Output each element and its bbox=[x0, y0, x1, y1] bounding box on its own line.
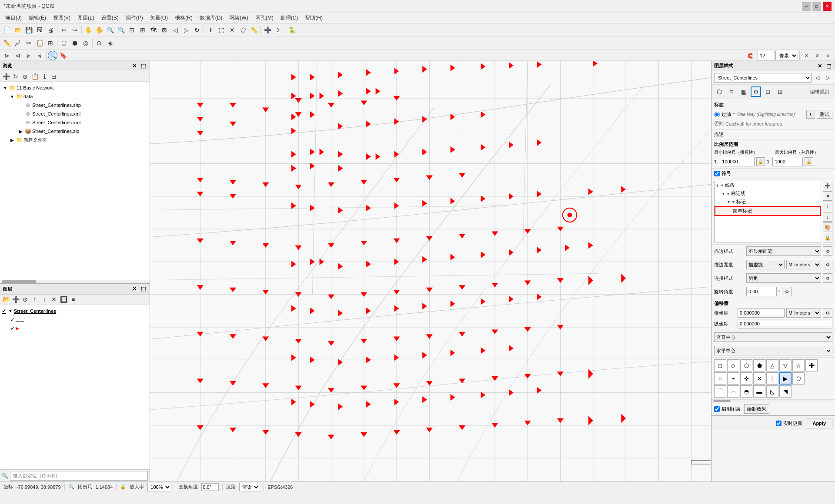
prev-layer-btn[interactable]: ◁ bbox=[812, 73, 822, 83]
search-input[interactable] bbox=[10, 471, 148, 481]
browser-refresh-btn[interactable]: ↻ bbox=[11, 72, 20, 81]
tree-item-basic-network[interactable]: ▼ 📁 11 Basic Network bbox=[0, 83, 150, 92]
zoom-in-btn[interactable]: 🔍 bbox=[105, 25, 115, 35]
measure-btn[interactable]: 📏 bbox=[249, 25, 259, 35]
offset-y-input[interactable] bbox=[738, 321, 832, 326]
undo-btn[interactable]: ↩ bbox=[59, 25, 69, 35]
offset-unit[interactable]: Milimeters bbox=[786, 308, 821, 318]
browser-collapse-btn[interactable]: ⊟ bbox=[50, 72, 58, 81]
zoom-layer-btn[interactable]: 🗺 bbox=[148, 25, 159, 35]
shape-cross2-btn[interactable]: + bbox=[727, 372, 739, 385]
vertex-btn[interactable]: ◈ bbox=[105, 38, 115, 48]
sym-add-btn[interactable]: ➕ bbox=[823, 181, 832, 190]
realtime-check[interactable] bbox=[776, 421, 782, 426]
expander-street[interactable]: ▼ bbox=[7, 308, 14, 315]
shape-inv-triangle-btn[interactable]: ▽ bbox=[779, 359, 792, 371]
layer-check[interactable]: ✓ bbox=[2, 308, 6, 314]
sym-line-item[interactable]: ▼ ▼ 线条 bbox=[715, 181, 821, 189]
border-style-data-btn[interactable]: ⚙ bbox=[823, 246, 832, 256]
border-width-data-btn[interactable]: ⚙ bbox=[823, 260, 832, 269]
field-calc-btn[interactable]: Σ bbox=[273, 25, 284, 35]
menu-process[interactable]: 处理(C) bbox=[277, 13, 302, 23]
layers-close-btn[interactable]: ✕ bbox=[130, 285, 138, 293]
rotation-input[interactable] bbox=[746, 287, 777, 296]
open-layer-style-btn[interactable]: 📂 bbox=[2, 295, 10, 304]
menu-settings[interactable]: 设置(S) bbox=[98, 13, 122, 23]
save-project-btn[interactable]: 💾 bbox=[23, 25, 34, 35]
shape-pentagon-btn[interactable]: ⬡ bbox=[740, 359, 752, 371]
render-combo[interactable]: 渲染 bbox=[239, 483, 260, 491]
sym-remove-btn[interactable]: ✕ bbox=[823, 191, 832, 201]
rotation-status-input[interactable] bbox=[201, 483, 219, 491]
menu-vector[interactable]: 矢量(O) bbox=[147, 13, 171, 23]
shape-half-arc-btn[interactable]: ⌓ bbox=[727, 385, 739, 398]
select-btn[interactable]: ⬚ bbox=[216, 25, 227, 35]
snap-lock2-btn[interactable]: × bbox=[812, 50, 822, 61]
shape-star-btn[interactable]: ☆ bbox=[792, 359, 805, 371]
browser-close-btn[interactable]: ✕ bbox=[130, 62, 138, 70]
shape-right-tri-btn[interactable]: ◺ bbox=[766, 385, 778, 398]
nav-btn-4[interactable]: ⊰ bbox=[34, 50, 45, 61]
shape-hexagon-btn[interactable]: ⬡ bbox=[792, 372, 805, 385]
sublayer2-check[interactable]: ✓ bbox=[10, 325, 15, 332]
enable-layer-check[interactable] bbox=[714, 406, 720, 412]
offset-data-btn[interactable]: ⚙ bbox=[823, 308, 832, 318]
shape-arrow-btn[interactable]: ▶ bbox=[779, 372, 792, 385]
edit-tb-1[interactable]: ✏️ bbox=[2, 38, 12, 48]
apply-button[interactable]: Apply bbox=[806, 418, 832, 428]
test-filter-btn[interactable]: 测试 bbox=[817, 110, 832, 119]
snap-lock-btn[interactable]: × bbox=[801, 50, 812, 61]
single-symbol-btn[interactable]: ⬡ bbox=[714, 86, 725, 97]
shape-diamond-btn[interactable]: ◇ bbox=[727, 359, 739, 371]
open-lyr-panel-btn[interactable]: 🔲 bbox=[59, 295, 68, 304]
layer-selector[interactable]: Street_Centerlines bbox=[714, 73, 812, 83]
border-width-unit[interactable]: Milimeters bbox=[786, 260, 821, 269]
pan-map-btn[interactable]: 🖐 bbox=[94, 25, 104, 35]
sym-marker-line-item[interactable]: ▼ ▼ 标记线 bbox=[715, 189, 821, 198]
edit-tb-8[interactable]: ◎ bbox=[80, 38, 91, 48]
filter-layer-btn[interactable]: ⊛ bbox=[21, 295, 30, 304]
style-detach-btn[interactable]: ⬚ bbox=[825, 62, 832, 70]
snap-lock3-btn[interactable]: × bbox=[823, 50, 833, 61]
browser-info-btn[interactable]: ℹ bbox=[40, 72, 49, 81]
bookmark-btn[interactable]: 🔖 bbox=[58, 50, 68, 61]
sym-lock-btn[interactable]: 🔒 bbox=[823, 233, 832, 242]
minimize-button[interactable]: ─ bbox=[802, 2, 811, 11]
identify-btn[interactable]: ℹ bbox=[205, 25, 216, 35]
edit-rules-btn[interactable]: 编辑规则 bbox=[807, 86, 832, 97]
sym-color-btn[interactable]: 🎨 bbox=[823, 222, 832, 232]
edit-tb-5[interactable]: ⊞ bbox=[45, 38, 56, 48]
tree-item-data[interactable]: ▼ 📁 data bbox=[0, 92, 150, 101]
draw-effect-btn[interactable]: 绘制效果 bbox=[744, 404, 769, 414]
zoom-selection-btn[interactable]: ⊠ bbox=[159, 25, 170, 35]
rule-based-btn[interactable]: ⚙ bbox=[751, 86, 761, 97]
browser-hscrollbar[interactable] bbox=[0, 280, 150, 283]
nav-btn-3[interactable]: ⊱ bbox=[23, 50, 34, 61]
style-close-btn[interactable]: ✕ bbox=[816, 62, 824, 70]
sym-marker-item[interactable]: ▼ ▼ 标记 bbox=[715, 198, 821, 206]
snapping-btn[interactable]: ⊙ bbox=[94, 38, 104, 48]
print-btn[interactable]: 🖨 bbox=[45, 25, 56, 35]
graduated-btn[interactable]: ▦ bbox=[738, 86, 749, 97]
redo-btn[interactable]: ↪ bbox=[70, 25, 80, 35]
inverted-polygon-btn[interactable]: ⊞ bbox=[775, 86, 785, 97]
shape-x-btn[interactable]: ✕ bbox=[753, 372, 765, 385]
shape-diag-cross-btn[interactable]: ✛ bbox=[740, 372, 752, 385]
border-style-select[interactable]: 不显示画笔 bbox=[746, 246, 821, 256]
edit-tb-6[interactable]: ⬡ bbox=[59, 38, 69, 48]
h-anchor-select[interactable]: 水平中心 bbox=[714, 346, 832, 355]
categorized-btn[interactable]: ≡ bbox=[726, 86, 737, 97]
nav-btn-1[interactable]: ⊳ bbox=[2, 50, 12, 61]
zoom-next-btn[interactable]: ▷ bbox=[181, 25, 191, 35]
browser-add-btn[interactable]: ➕ bbox=[2, 72, 10, 81]
filter-expr-btn[interactable]: ε bbox=[806, 110, 815, 119]
min-scale-lock-btn[interactable]: 🔓 bbox=[756, 157, 765, 166]
tree-item-new-folder[interactable]: ▶ 📁 新建文件夹 bbox=[0, 136, 150, 144]
v-anchor-select[interactable]: 竖直中心 bbox=[714, 332, 832, 342]
sym-simple-marker-item[interactable]: 简单标记 bbox=[715, 206, 821, 216]
tree-item-xml1[interactable]: ⊛ Street_Centerlines.xml bbox=[0, 109, 150, 118]
maximize-button[interactable]: □ bbox=[812, 2, 821, 11]
layer-sublayer-1[interactable]: ✓ bbox=[0, 315, 150, 324]
shape-arc-btn[interactable]: ⌒ bbox=[714, 385, 726, 398]
add-layer-btn[interactable]: ➕ bbox=[262, 25, 273, 35]
